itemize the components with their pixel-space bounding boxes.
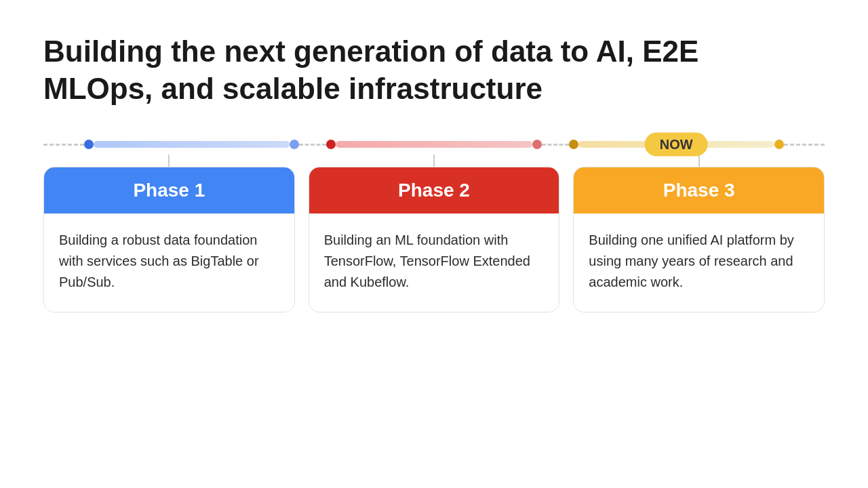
dashed-mid-2 [542,144,569,146]
dashed-right [784,144,825,146]
phase-3-card-title: Phase 3 [663,180,735,201]
phase-cards-row: Phase 1 Building a robust data foundatio… [43,167,825,312]
phase-1-card-header: Phase 1 [44,167,294,214]
connector-3 [573,155,825,167]
phase-1-card-body: Building a robust data foundation with s… [44,214,294,312]
phase-3-card-text: Building one unified AI platform by usin… [589,230,809,293]
phase-1-dot-left [84,140,94,149]
phase-2-card-text: Building an ML foundation with TensorFlo… [324,230,545,293]
phase-2-card-title: Phase 2 [398,180,470,201]
timeline-section: NOW Phase 1 Building a robust data found… [43,140,825,312]
phase-2-card-body: Building an ML foundation with TensorFlo… [309,214,559,312]
phase-1-card: Phase 1 Building a robust data foundatio… [43,167,295,312]
phase-1-card-title: Phase 1 [133,180,205,201]
connector-line-2 [433,155,435,167]
connector-2 [309,155,560,167]
phase-3-card: Phase 3 Building one unified AI platform… [573,167,825,312]
phase-2-fill [336,141,532,148]
phase-2-bar [326,140,541,149]
phase-3-dot-right [774,140,784,149]
phase-1-dot-right [290,140,299,149]
connector-line-3 [698,155,700,167]
now-badge: NOW [645,133,708,157]
phase-2-dot-left [326,140,336,149]
timeline-bar: NOW [43,140,825,149]
phase-2-card-header: Phase 2 [309,167,559,214]
connector-line-1 [168,155,170,167]
connector-1 [43,155,295,167]
phase-3-card-header: Phase 3 [574,167,824,214]
phase-1-bar [84,140,299,149]
phase-3-dot-left [569,140,578,149]
dashed-left [43,144,84,146]
phase-2-card: Phase 2 Building an ML foundation with T… [309,167,560,312]
phase-2-dot-right [532,140,542,149]
phase-1-fill [94,141,290,148]
page-title: Building the next generation of data to … [43,33,789,107]
phase-3-card-body: Building one unified AI platform by usin… [574,214,824,312]
connector-row [43,155,825,167]
dashed-mid-1 [299,144,326,146]
phase-1-card-text: Building a robust data foundation with s… [59,230,279,293]
phase-3-bar: NOW [569,140,784,149]
